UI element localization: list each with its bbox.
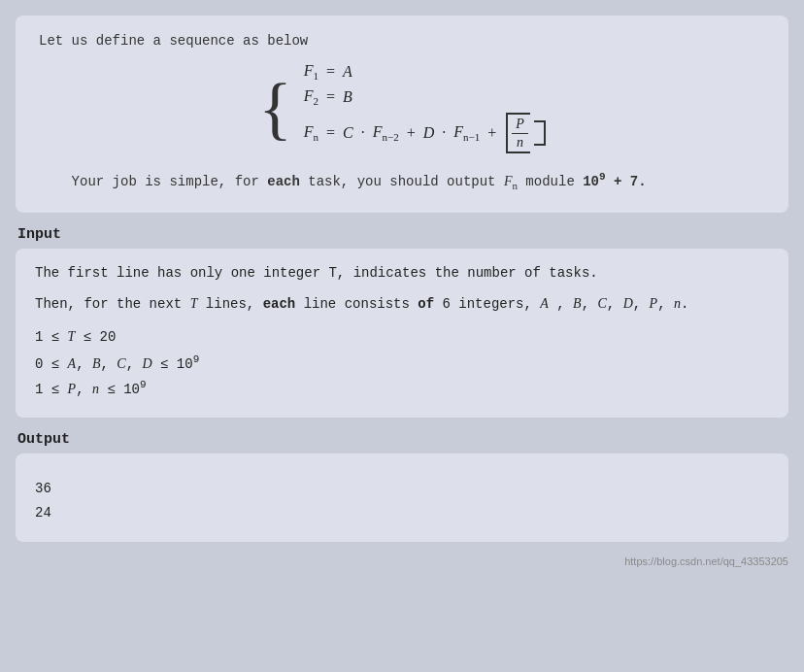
watermark: https://blog.csdn.net/qq_43353205 xyxy=(16,555,788,567)
fn-label: Fn xyxy=(304,123,318,143)
input-label: Input xyxy=(17,226,788,243)
f2-value: B xyxy=(343,88,352,106)
constraints-block: 1 ≤ T ≤ 20 0 ≤ A, B, C, D ≤ 109 1 ≤ P, n… xyxy=(35,324,769,402)
opening-text: Let us define a sequence as below xyxy=(39,33,765,49)
floor-bracket-left: P n xyxy=(506,113,530,153)
f2-label: F2 xyxy=(304,87,318,107)
equation-fn: Fn = C · Fn−2 + D · Fn−1 + P n xyxy=(304,113,546,153)
fn-ref: Fn xyxy=(504,174,518,188)
equation-f1: F1 = A xyxy=(304,62,546,82)
equation-f2: F2 = B xyxy=(304,87,546,107)
output-label: Output xyxy=(17,431,788,448)
problem-statement-block: Let us define a sequence as below { F1 =… xyxy=(16,16,788,213)
f1-label: F1 xyxy=(304,62,318,82)
output-values: 36 24 xyxy=(35,477,769,525)
output-value-1: 36 xyxy=(35,477,769,501)
input-block: The first line has only one integer T, i… xyxy=(16,249,788,419)
left-brace: { xyxy=(258,73,292,143)
f1-value: A xyxy=(343,63,352,81)
constraint3: 1 ≤ P, n ≤ 109 xyxy=(35,376,769,402)
constraint1: 1 ≤ T ≤ 20 xyxy=(35,324,769,350)
fraction-P-over-n: P n xyxy=(512,117,528,150)
output-block: 36 24 xyxy=(16,454,788,541)
job-description: Your job is simple, for each task, you s… xyxy=(39,171,765,190)
input-line2: Then, for the next T lines, each line co… xyxy=(35,293,769,315)
equations: F1 = A F2 = B Fn = C · Fn−2 xyxy=(304,62,546,153)
formula-container: { F1 = A F2 = B Fn = C xyxy=(39,62,765,153)
input-line1: The first line has only one integer T, i… xyxy=(35,262,769,284)
brace-system: { F1 = A F2 = B Fn = C xyxy=(258,62,546,153)
floor-bracket-right xyxy=(534,120,546,146)
constraint2: 0 ≤ A, B, C, D ≤ 109 xyxy=(35,351,769,377)
output-value-2: 24 xyxy=(35,501,769,525)
